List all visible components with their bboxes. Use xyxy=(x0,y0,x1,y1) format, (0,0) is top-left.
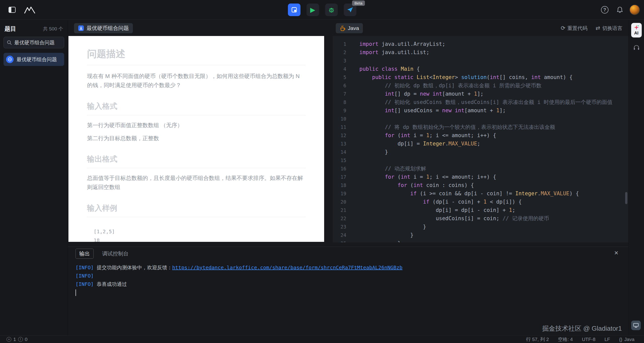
reset-code-button[interactable]: ⟳ 重置代码 xyxy=(561,25,587,32)
log-level: [INFO] xyxy=(75,281,94,287)
ai-assistant-button[interactable]: AI xyxy=(631,23,642,37)
notifications-button[interactable] xyxy=(614,4,625,15)
line-number: 8 xyxy=(333,98,346,106)
sidebar-toggle-button[interactable] xyxy=(7,4,18,15)
code-line: } xyxy=(359,148,628,156)
right-rail: AI xyxy=(628,20,644,335)
problem-tab[interactable]: 最优硬币组合问题 xyxy=(74,23,133,33)
avatar[interactable] xyxy=(629,5,640,15)
coin-icon xyxy=(6,56,14,63)
line-number: 13 xyxy=(333,140,346,148)
language-tab[interactable]: Java xyxy=(336,23,363,33)
code-line: public class Main { xyxy=(359,65,628,73)
code-line: // 动态规划求解 xyxy=(359,165,628,173)
line-number: 12 xyxy=(333,131,346,140)
line-number: 24 xyxy=(333,231,346,239)
language-mode[interactable]: {} Java xyxy=(619,337,634,342)
app-logo[interactable] xyxy=(24,4,35,15)
line-number: 16 xyxy=(333,165,346,173)
line-number: 9 xyxy=(333,106,346,115)
reset-code-label: 重置代码 xyxy=(567,25,588,32)
mountain-logo-icon xyxy=(24,6,35,14)
editor-layout-button[interactable] xyxy=(288,4,300,16)
doc-paragraph: 第二行为目标总数额，正整数 xyxy=(87,134,306,143)
doc-paragraph: 第一行为硬币面值正整数数组 （无序） xyxy=(87,121,306,130)
search-icon xyxy=(7,40,12,45)
play-icon: ▶ xyxy=(310,7,315,13)
search-input[interactable] xyxy=(14,40,61,46)
warning-count: 0 xyxy=(25,337,28,342)
tab-debug-console[interactable]: 调试控制台 xyxy=(102,250,129,257)
line-number: 19 xyxy=(333,189,346,198)
line-number: 20 xyxy=(333,198,346,206)
console-cursor-line[interactable] xyxy=(75,288,621,297)
swap-icon: ⇄ xyxy=(596,25,600,31)
code-line: import java.util.List; xyxy=(359,48,628,57)
console-line: [INFO] 恭喜成功通过 xyxy=(75,280,621,288)
language-tab-label: Java xyxy=(348,25,359,31)
ai-label: AI xyxy=(634,31,638,36)
panel-toggle-icon xyxy=(9,7,16,13)
help-icon: ? xyxy=(601,6,609,14)
search-box[interactable] xyxy=(4,37,64,48)
console-panel: 输出 调试控制台 × [INFO] 提交功能内测体验中，欢迎反馈：https:/… xyxy=(68,247,628,335)
problem-list-item[interactable]: 最优硬币组合问题 xyxy=(4,53,64,66)
console-line: [INFO] 提交功能内测体验中，欢迎反馈：https://bytedance.… xyxy=(75,263,621,272)
topbar-right: ? xyxy=(599,0,640,20)
code-line: for (int i = 1; i <= amount; i++) { xyxy=(359,131,628,140)
line-number: 21 xyxy=(333,206,346,214)
editor-code[interactable]: import java.util.ArrayList;import java.u… xyxy=(353,40,628,242)
bug-icon xyxy=(328,7,335,13)
code-line xyxy=(359,57,628,65)
help-button[interactable]: ? xyxy=(599,4,610,15)
code-line xyxy=(359,115,628,123)
run-button[interactable]: ▶ xyxy=(307,4,319,16)
code-line xyxy=(359,156,628,165)
line-number: 17 xyxy=(333,173,346,181)
console-link[interactable]: https://bytedance.larkoffice.com/share/b… xyxy=(172,264,402,271)
screen-share-button[interactable] xyxy=(631,321,641,330)
encoding-setting[interactable]: UTF-8 xyxy=(582,337,595,342)
monitor-icon xyxy=(633,323,639,328)
line-number: 7 xyxy=(333,90,346,98)
problem-item-label: 最优硬币组合问题 xyxy=(17,56,57,63)
doc-heading-sample-input: 输入样例 xyxy=(87,203,306,217)
code-editor[interactable]: 1234567891011121314151617181920212223242… xyxy=(333,36,628,242)
sample-input-code: [1,2,5] 18 xyxy=(87,227,306,242)
line-number: 11 xyxy=(333,123,346,131)
indentation-setting[interactable]: 空格: 4 xyxy=(558,336,573,343)
eol-setting[interactable]: LF xyxy=(604,337,610,342)
app-window: ▶ Beta ? xyxy=(0,0,644,343)
line-number: 2 xyxy=(333,48,346,57)
code-line: } xyxy=(359,239,628,242)
switch-language-button[interactable]: ⇄ 切换语言 xyxy=(596,25,622,32)
editor-gutter: 1234567891011121314151617181920212223242… xyxy=(333,40,353,242)
doc-heading-description: 问题描述 xyxy=(87,48,306,65)
editor-scrollbar-thumb[interactable] xyxy=(625,192,627,204)
problems-sidebar: 题目 共 500 个 最优硬币组合问题 xyxy=(0,20,68,335)
window-icon xyxy=(291,7,297,13)
line-number: 18 xyxy=(333,181,346,189)
line-number: 14 xyxy=(333,148,346,156)
paper-plane-icon xyxy=(347,7,353,13)
line-number: 5 xyxy=(333,73,346,82)
console-line: [INFO] xyxy=(75,272,621,280)
close-icon[interactable]: × xyxy=(614,249,618,256)
debug-button[interactable] xyxy=(325,4,338,16)
code-line: import java.util.ArrayList; xyxy=(359,40,628,48)
support-icon[interactable] xyxy=(632,44,641,52)
warning-icon: ! xyxy=(18,337,23,342)
line-number: 3 xyxy=(333,57,346,65)
code-line: // 初始化 usedCoins 数组，usedCoins[i] 表示凑出金额 … xyxy=(359,98,628,106)
log-message: 提交功能内测体验中，欢迎反馈： xyxy=(94,264,172,271)
submit-button[interactable]: Beta xyxy=(344,4,356,16)
cursor-position[interactable]: 行 57, 列 2 xyxy=(526,336,549,343)
doc-heading-input-format: 输入格式 xyxy=(87,101,306,115)
doc-heading-output-format: 输出格式 xyxy=(87,154,306,168)
tab-output[interactable]: 输出 xyxy=(75,249,94,259)
statusbar: × 1 ! 0 行 57, 列 2 空格: 4 UTF-8 LF {} Java xyxy=(0,335,644,343)
doc-paragraph: 总面值等于目标总数额的，且长度最小的硬币组合数组，结果不要求排序。如果不存在解则… xyxy=(87,174,306,192)
problem-count: 共 500 个 xyxy=(43,26,63,32)
problems-summary[interactable]: × 1 ! 0 xyxy=(0,337,27,342)
sidebar-title: 题目 xyxy=(5,25,16,33)
